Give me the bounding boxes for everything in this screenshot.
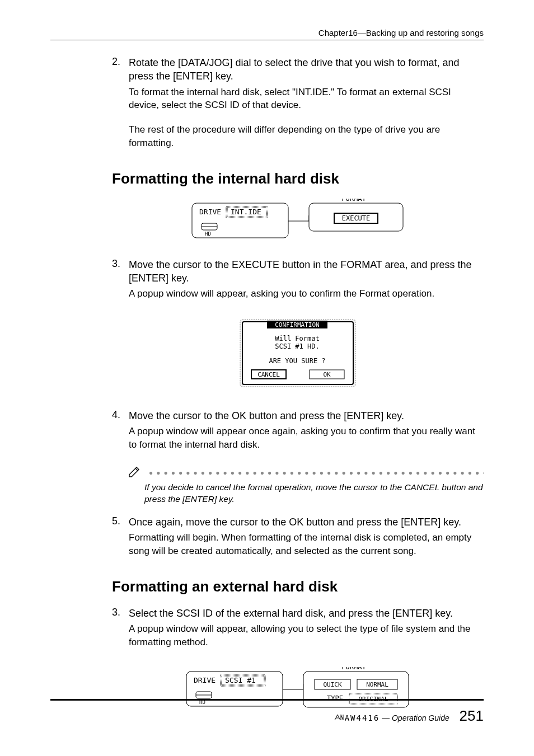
step-5-title: Once again, move the cursor to the OK bu… bbox=[129, 515, 484, 529]
note-dots: ●●●●●●●●●●●●●●●●●●●●●●●●●●●●●●●●●●●●●●●●… bbox=[149, 470, 484, 476]
execute-button[interactable]: EXECUTE bbox=[342, 214, 371, 222]
step-5: 5. Once again, move the cursor to the OK… bbox=[112, 515, 484, 569]
page-footer: AW4416 — Operation Guide 251 bbox=[50, 699, 484, 725]
note-row: ●●●●●●●●●●●●●●●●●●●●●●●●●●●●●●●●●●●●●●●●… bbox=[128, 465, 484, 481]
format-label: FORMAT bbox=[341, 667, 366, 671]
step-3a-desc: A popup window will appear, asking you t… bbox=[129, 287, 484, 300]
drive-label: DRIVE bbox=[199, 208, 221, 216]
step-5-desc: Formatting will begin. When formatting o… bbox=[129, 531, 484, 558]
section-format-internal: Formatting the internal hard disk bbox=[112, 170, 484, 187]
ok-button[interactable]: OK bbox=[323, 371, 331, 378]
step-2-desc1: To format the internal hard disk, select… bbox=[129, 86, 484, 112]
figure-drive-format: DRIVE INT.IDE HD FORMAT EXECUTE bbox=[112, 199, 484, 242]
note-text: If you decide to cancel the format opera… bbox=[144, 482, 484, 505]
step-3b-title: Select the SCSI ID of the external hard … bbox=[129, 607, 484, 620]
step-2-desc2: The rest of the procedure will differ de… bbox=[129, 123, 484, 150]
step-number: 2. bbox=[112, 56, 129, 161]
footer-model: AW4416 bbox=[345, 713, 380, 722]
step-number: 3. bbox=[112, 258, 129, 312]
chapter-header: Chapter16—Backing up and restoring songs bbox=[50, 28, 484, 40]
footer-page: 251 bbox=[460, 707, 484, 724]
step-4: 4. Move the cursor to the OK button and … bbox=[112, 409, 484, 463]
confirmation-line2: SCSI #1 HD. bbox=[275, 342, 319, 350]
step-4-title: Move the cursor to the OK button and pre… bbox=[129, 409, 484, 422]
step-4-desc: A popup window will appear once again, a… bbox=[129, 425, 484, 452]
step-number: 3. bbox=[112, 607, 129, 660]
quick-button[interactable]: QUICK bbox=[323, 681, 341, 688]
step-3b: 3. Select the SCSI ID of the external ha… bbox=[112, 607, 484, 660]
drive-value: SCSI #1 bbox=[225, 676, 256, 684]
hd-label: HD bbox=[205, 231, 211, 237]
confirmation-title: CONFIRMATION bbox=[275, 321, 319, 328]
confirmation-prompt: ARE YOU SURE ? bbox=[269, 357, 325, 365]
pencil-icon bbox=[128, 465, 141, 481]
confirmation-line1: Will Format bbox=[275, 335, 319, 342]
step-number: 4. bbox=[112, 409, 129, 463]
section-format-external: Formatting an external hard disk bbox=[112, 578, 484, 595]
step-3a-title: Move the cursor to the EXECUTE button in… bbox=[129, 258, 484, 285]
step-2-title: Rotate the [DATA/JOG] dial to select the… bbox=[129, 56, 484, 83]
format-label: FORMAT bbox=[341, 199, 366, 203]
drive-value: INT.IDE bbox=[231, 208, 261, 216]
step-number: 5. bbox=[112, 515, 129, 569]
step-3a: 3. Move the cursor to the EXECUTE button… bbox=[112, 258, 484, 312]
normal-button[interactable]: NORMAL bbox=[366, 681, 388, 688]
step-3b-desc: A popup window will appear, allowing you… bbox=[129, 622, 484, 649]
cancel-button[interactable]: CANCEL bbox=[257, 371, 280, 378]
drive-label: DRIVE bbox=[194, 676, 216, 684]
figure-confirmation: CONFIRMATION Will Format SCSI #1 HD. ARE… bbox=[112, 318, 484, 393]
step-2: 2. Rotate the [DATA/JOG] dial to select … bbox=[112, 56, 484, 161]
footer-guide: — Operation Guide bbox=[382, 713, 449, 722]
